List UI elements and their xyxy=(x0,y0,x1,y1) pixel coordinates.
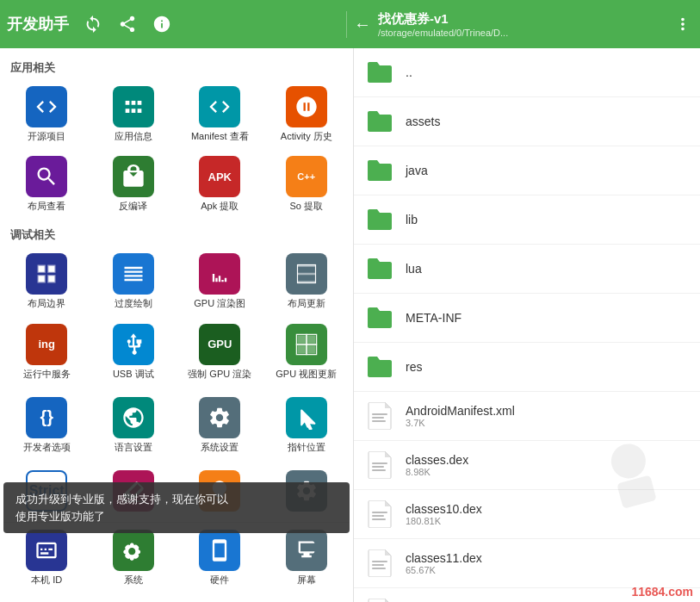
device-id-icon xyxy=(26,530,67,571)
layout-boundary-icon xyxy=(26,253,67,295)
layout-update-item[interactable]: 布局更新 xyxy=(263,246,350,316)
decompile-item[interactable]: 反编译 xyxy=(90,149,177,219)
file-item-parent[interactable]: .. xyxy=(354,48,700,97)
toast-overlay: 成功升级到专业版，感谢支持，现在你可以 使用专业版功能了 xyxy=(0,482,353,533)
svg-rect-12 xyxy=(372,515,384,517)
folder-icon xyxy=(364,155,395,186)
layout-view-icon xyxy=(26,156,67,197)
running-services-label: 运行中服务 xyxy=(23,369,71,380)
hardware-icon xyxy=(199,530,240,571)
share-icon[interactable] xyxy=(117,14,138,34)
file-item-android-manifest[interactable]: AndroidManifest.xml 3.7K xyxy=(354,392,700,441)
info-icon[interactable] xyxy=(152,14,172,34)
system-settings-icon xyxy=(199,397,240,438)
overdraw-item[interactable]: 过度绘制 xyxy=(90,246,177,316)
right-panel: .. assets java xyxy=(353,48,700,602)
screen-item[interactable]: 屏幕 xyxy=(263,523,350,593)
file-item-lib[interactable]: lib xyxy=(354,195,700,245)
res-name: res xyxy=(406,360,690,374)
developer-options-icon: {} xyxy=(26,397,67,438)
file-item-classes12-dex[interactable]: classes12.dex xyxy=(354,588,700,602)
device-id-item[interactable]: 本机 ID xyxy=(3,523,90,593)
hardware-label: 硬件 xyxy=(210,574,229,586)
file-item-lua[interactable]: lua xyxy=(354,245,700,294)
back-button[interactable]: ← xyxy=(354,15,371,34)
svg-rect-6 xyxy=(372,417,384,419)
language-settings-label: 语言设置 xyxy=(115,442,152,453)
file-icon xyxy=(364,548,395,579)
force-gpu-icon: GPU xyxy=(199,324,240,365)
svg-rect-7 xyxy=(372,420,386,422)
folder-icon xyxy=(364,351,395,382)
folder-icon xyxy=(364,204,395,235)
classes-dex-size: 8.98K xyxy=(406,467,468,477)
developer-options-label: 开发者选项 xyxy=(23,442,71,453)
pointer-location-icon xyxy=(286,397,327,438)
system-label: 系统 xyxy=(124,574,143,586)
file-item-meta-inf[interactable]: META-INF xyxy=(354,294,700,343)
left-panel: 应用相关 开源项目 应用信息 Manifest 查看 xyxy=(0,48,353,602)
main-content: 应用相关 开源项目 应用信息 Manifest 查看 xyxy=(0,48,700,602)
system-settings-label: 系统设置 xyxy=(201,442,238,453)
apk-extract-item[interactable]: APK Apk 提取 xyxy=(177,149,263,219)
open-source-item[interactable]: 开源项目 xyxy=(3,79,90,149)
activity-history-item[interactable]: Activity 历史 xyxy=(263,79,350,149)
language-settings-item[interactable]: 语言设置 xyxy=(90,390,177,460)
svg-rect-16 xyxy=(372,568,386,569)
classes10-dex-name: classes10.dex xyxy=(406,502,482,516)
file-item-classes-dex[interactable]: classes.dex 8.98K xyxy=(354,441,700,490)
file-browser-title: 找优惠券-v1 /storage/emulated/0/Trinea/D... xyxy=(378,11,672,38)
classes10-dex-size: 180.81K xyxy=(406,516,482,526)
running-services-item[interactable]: ing 运行中服务 xyxy=(3,317,90,387)
debug-icon-grid: 布局边界 过度绘制 GPU 渲染图 布局更新 xyxy=(3,246,350,386)
usb-debug-icon xyxy=(113,324,154,365)
force-gpu-item[interactable]: GPU 强制 GPU 渲染 xyxy=(177,317,263,387)
top-bar: 开发助手 ← 找优惠券-v1 xyxy=(0,0,700,48)
usb-debug-label: USB 调试 xyxy=(113,369,154,380)
file-item-java[interactable]: java xyxy=(354,146,700,195)
layout-boundary-item[interactable]: 布局边界 xyxy=(3,246,90,316)
decompile-label: 反编译 xyxy=(119,201,147,212)
app-title: 开发助手 xyxy=(7,14,69,34)
gpu-view-update-item[interactable]: GPU 视图更新 xyxy=(263,317,350,387)
more-options-icon[interactable] xyxy=(672,14,693,34)
system-settings-item[interactable]: 系统设置 xyxy=(177,390,263,460)
file-item-assets[interactable]: assets xyxy=(354,97,700,146)
file-icon xyxy=(364,450,395,481)
file-browser-path: /storage/emulated/0/Trinea/D... xyxy=(378,28,550,38)
android-manifest-name: AndroidManifest.xml xyxy=(406,404,515,418)
developer-options-item[interactable]: {} 开发者选项 xyxy=(3,390,90,460)
gpu-render-item[interactable]: GPU 渲染图 xyxy=(177,246,263,316)
toast-message: 成功升级到专业版，感谢支持，现在你可以 使用专业版功能了 xyxy=(3,482,350,533)
manifest-item[interactable]: Manifest 查看 xyxy=(177,79,263,149)
section-debug-header: 调试相关 xyxy=(3,222,350,246)
file-item-classes10-dex[interactable]: classes10.dex 180.81K xyxy=(354,490,700,539)
system-item[interactable]: 系统 xyxy=(90,523,177,593)
svg-rect-13 xyxy=(372,518,386,520)
activity-history-label: Activity 历史 xyxy=(281,131,332,142)
so-extract-item[interactable]: C++ So 提取 xyxy=(263,149,350,219)
meta-inf-name: META-INF xyxy=(406,311,690,325)
gpu-render-icon xyxy=(199,253,240,295)
lua-name: lua xyxy=(406,262,690,276)
classes11-dex-info: classes11.dex 65.67K xyxy=(406,551,482,575)
folder-icon xyxy=(364,57,395,88)
pointer-location-item[interactable]: 指针位置 xyxy=(263,390,350,460)
classes11-dex-name: classes11.dex xyxy=(406,551,482,565)
usb-debug-item[interactable]: USB 调试 xyxy=(90,317,177,387)
layout-view-item[interactable]: 布局查看 xyxy=(3,149,90,219)
svg-rect-9 xyxy=(372,466,384,468)
folder-icon xyxy=(364,253,395,284)
app-info-item[interactable]: 应用信息 xyxy=(90,79,177,149)
svg-rect-14 xyxy=(372,561,387,562)
layout-view-label: 布局查看 xyxy=(28,201,65,212)
gpu-render-label: GPU 渲染图 xyxy=(194,298,245,309)
apk-extract-icon: APK xyxy=(199,156,240,197)
hardware-item[interactable]: 硬件 xyxy=(177,523,263,593)
file-item-classes11-dex[interactable]: classes11.dex 65.67K xyxy=(354,539,700,588)
pointer-location-label: 指针位置 xyxy=(288,442,325,453)
refresh-icon[interactable] xyxy=(83,14,103,34)
layout-update-icon xyxy=(286,253,327,295)
svg-rect-5 xyxy=(372,413,387,415)
file-item-res[interactable]: res xyxy=(354,343,700,392)
